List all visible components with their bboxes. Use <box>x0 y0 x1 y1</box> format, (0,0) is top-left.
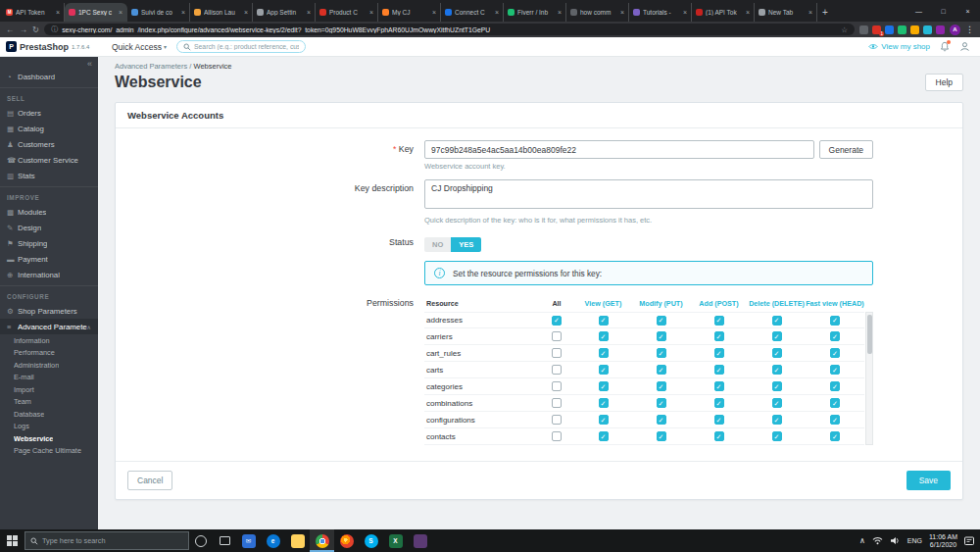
sidebar-item[interactable]: Database <box>0 408 98 421</box>
checkbox-delete[interactable] <box>772 348 782 358</box>
extension-icon[interactable]: 1 <box>872 25 881 34</box>
checkbox-add-post[interactable] <box>714 348 724 358</box>
sidebar-item[interactable]: ☎ Customer Service <box>0 152 98 168</box>
checkbox-fastview-head[interactable] <box>830 365 840 375</box>
browser-tab[interactable]: Allison Lau × <box>190 3 253 22</box>
browser-tab[interactable]: Fiverr / Inb × <box>504 3 566 22</box>
sidebar-item[interactable]: Team <box>0 396 98 409</box>
tab-close-icon[interactable]: × <box>495 9 499 16</box>
url-text[interactable]: sexy-cherry.com/_admin_/index.php/config… <box>62 26 837 33</box>
checkbox-all[interactable] <box>552 415 562 425</box>
sidebar-item[interactable]: ♟ Customers <box>0 136 98 152</box>
checkbox-fastview-head[interactable] <box>830 348 840 358</box>
window-minimize-button[interactable]: — <box>906 0 931 22</box>
extension-icon[interactable] <box>910 25 919 34</box>
tab-close-icon[interactable]: × <box>181 9 185 16</box>
browser-menu-icon[interactable]: ⋮ <box>965 25 974 34</box>
cortana-button[interactable] <box>189 529 213 552</box>
sidebar-collapse-icon[interactable]: « <box>0 57 98 69</box>
checkbox-all[interactable] <box>552 365 562 375</box>
checkbox-modify-put[interactable] <box>657 398 666 408</box>
extension-icon[interactable] <box>898 25 906 34</box>
key-input[interactable] <box>424 140 814 159</box>
taskbar-app[interactable] <box>285 529 310 552</box>
browser-tab[interactable]: (1) API Tok × <box>692 3 755 22</box>
checkbox-all[interactable] <box>552 431 562 441</box>
sidebar-item[interactable]: ▬ Payment <box>0 251 98 267</box>
notifications-button[interactable] <box>940 41 950 52</box>
generate-button[interactable]: Generate <box>819 140 873 159</box>
checkbox-modify-put[interactable] <box>657 348 666 358</box>
sidebar-item[interactable]: E-mail <box>0 372 98 384</box>
extension-icon[interactable] <box>936 25 945 34</box>
tab-close-icon[interactable]: × <box>432 9 436 16</box>
checkbox-delete[interactable] <box>772 316 782 326</box>
checkbox-all[interactable] <box>552 316 562 326</box>
browser-tab[interactable]: M API Token × <box>2 3 65 22</box>
taskbar-search-box[interactable] <box>24 531 189 550</box>
sidebar-item[interactable]: Logs <box>0 421 98 433</box>
extension-icon[interactable] <box>923 25 932 34</box>
checkbox-view-get[interactable] <box>599 348 609 358</box>
sidebar-item[interactable]: CONFIGURE <box>0 285 98 303</box>
admin-search-input[interactable] <box>194 43 299 50</box>
back-icon[interactable]: ← <box>6 25 15 34</box>
taskbar-app[interactable]: ✉ <box>236 529 261 552</box>
extension-icon[interactable] <box>859 25 868 34</box>
checkbox-modify-put[interactable] <box>657 415 666 425</box>
browser-tab[interactable]: Connect C × <box>441 3 504 22</box>
sidebar-item[interactable]: Information <box>0 334 98 347</box>
sidebar-item[interactable]: ▤ Orders <box>0 105 98 121</box>
sidebar-item[interactable]: Webservice <box>0 432 98 445</box>
save-button[interactable]: Save <box>906 471 951 490</box>
checkbox-view-get[interactable] <box>599 316 609 326</box>
checkbox-all[interactable] <box>552 381 562 391</box>
checkbox-modify-put[interactable] <box>657 331 666 341</box>
sidebar-item[interactable]: ▩ Modules <box>0 204 98 220</box>
checkbox-view-get[interactable] <box>599 331 609 341</box>
checkbox-add-post[interactable] <box>714 415 724 425</box>
checkbox-all[interactable] <box>552 348 562 358</box>
status-no-button[interactable]: NO <box>424 237 451 252</box>
checkbox-fastview-head[interactable] <box>830 431 840 441</box>
sidebar-item[interactable]: ✎ Design <box>0 220 98 235</box>
sidebar-item[interactable]: ▥ Stats <box>0 168 98 183</box>
tab-close-icon[interactable]: × <box>369 9 373 16</box>
checkbox-delete[interactable] <box>772 331 782 341</box>
tab-close-icon[interactable]: × <box>746 9 750 16</box>
bookmark-star-icon[interactable]: ☆ <box>841 25 848 34</box>
account-button[interactable] <box>959 38 970 56</box>
browser-tab[interactable]: how comm × <box>566 3 629 22</box>
profile-avatar[interactable]: A <box>950 25 960 35</box>
checkbox-view-get[interactable] <box>599 365 609 375</box>
sidebar-item[interactable]: ◔ Dashboard <box>0 69 98 84</box>
browser-tab[interactable]: 1PC Sexy c × <box>65 3 127 22</box>
tab-close-icon[interactable]: × <box>56 9 60 16</box>
new-tab-button[interactable]: + <box>817 3 833 22</box>
site-info-icon[interactable]: ⓘ <box>51 25 58 34</box>
taskbar-app[interactable]: e <box>261 529 285 552</box>
sidebar-item[interactable]: Import <box>0 383 98 396</box>
view-my-shop-link[interactable]: View my shop <box>868 42 930 51</box>
forward-icon[interactable]: → <box>20 25 28 34</box>
description-textarea[interactable]: CJ Dropshipping <box>424 179 873 209</box>
checkbox-fastview-head[interactable] <box>830 331 840 341</box>
sidebar-item[interactable]: ⊕ International <box>0 267 98 282</box>
action-center-icon[interactable] <box>964 536 974 546</box>
reload-icon[interactable]: ↻ <box>32 25 39 34</box>
checkbox-modify-put[interactable] <box>657 381 666 391</box>
sidebar-item[interactable]: IMPROVE <box>0 186 98 204</box>
admin-search-box[interactable] <box>176 40 306 53</box>
checkbox-delete[interactable] <box>772 381 782 391</box>
sidebar-item[interactable]: SELL <box>0 87 98 105</box>
tab-close-icon[interactable]: × <box>558 9 562 16</box>
taskbar-clock[interactable]: 11:06 AM 6/1/2020 <box>929 533 957 549</box>
taskbar-app[interactable]: X <box>383 529 408 552</box>
browser-tab[interactable]: App Settin × <box>253 3 316 22</box>
checkbox-all[interactable] <box>552 398 562 408</box>
task-view-button[interactable] <box>213 529 236 552</box>
sidebar-item[interactable]: Administration <box>0 359 98 372</box>
table-scrollbar[interactable] <box>865 312 873 445</box>
browser-tab[interactable]: New Tab × <box>755 3 817 22</box>
browser-tab[interactable]: Suivi de co × <box>127 3 190 22</box>
